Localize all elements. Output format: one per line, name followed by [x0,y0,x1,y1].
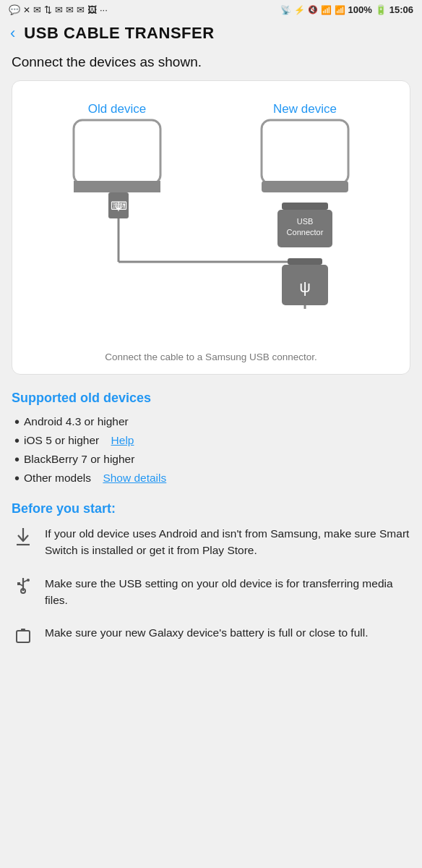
mute-icon: 🔇 [308,5,318,14]
list-item: • Other models Show details [14,471,410,485]
x-icon: ✕ [23,5,30,15]
mail-icon: ✉ [33,4,41,15]
status-icons-right: 📡 ⚡ 🔇 📶 📶 100% 🔋 15:06 [280,4,414,15]
bullet-2: • [14,433,20,448]
bullet-4: • [14,471,20,485]
download-icon [12,525,35,547]
svg-point-21 [27,579,30,582]
status-icons-left: 💬 ✕ ✉ ⇅ ✉ ✉ ✉ 🖼 ··· [9,4,108,15]
page-title: USB CABLE TRANSFER [24,24,214,43]
transfer-icon: ⇅ [44,4,52,15]
mail2-icon: ✉ [55,4,63,15]
list-item: • iOS 5 or higher Help [14,433,410,448]
blackberry-item-text: BlackBerry 7 or higher [24,453,134,466]
bullet-1: • [14,414,20,429]
bullet-3: • [14,452,20,467]
cast-icon: 📡 [280,5,291,15]
bluetooth-icon: ⚡ [294,5,305,15]
before-title: Before you start: [12,501,410,516]
before-item-2: Make sure the USB setting on your old de… [12,575,410,609]
old-device-label-svg: Old device [88,102,146,116]
supported-title: Supported old devices [12,391,410,406]
help-link[interactable]: Help [111,434,134,447]
supported-list: • Android 4.3 or higher • iOS 5 or highe… [12,414,410,485]
list-item: • BlackBerry 7 or higher [14,452,410,467]
before-section: Before you start: If your old device use… [12,501,410,646]
svg-rect-0 [74,120,160,184]
supported-section: Supported old devices • Android 4.3 or h… [12,391,410,485]
svg-rect-14 [288,258,322,265]
signal-icon: 📶 [335,5,345,15]
android-item-text: Android 4.3 or higher [24,415,129,428]
cable-caption: Connect the cable to a Samsung USB conne… [20,352,402,362]
svg-text:Connector: Connector [287,228,324,237]
svg-rect-8 [262,120,348,184]
svg-rect-9 [262,181,348,192]
svg-text:ψ: ψ [299,278,311,296]
mail3-icon: ✉ [66,4,74,15]
usb-icon [12,575,35,597]
notification-icon: 💬 [9,4,20,15]
before-text-2: Make sure the USB setting on your old de… [45,575,410,609]
svg-rect-26 [21,629,25,631]
svg-rect-23 [17,582,20,585]
svg-rect-25 [17,631,30,642]
before-item-1: If your old device uses Android and isn'… [12,525,410,559]
before-text-3: Make sure your new Galaxy device's batte… [45,624,368,641]
status-bar: 💬 ✕ ✉ ⇅ ✉ ✉ ✉ 🖼 ··· 📡 ⚡ 🔇 📶 📶 100% 🔋 15:… [0,0,422,18]
show-details-link[interactable]: Show details [103,472,166,485]
mail4-icon: ✉ [77,4,85,15]
back-button[interactable]: ‹ [10,24,15,43]
before-text-1: If your old device uses Android and isn'… [45,525,410,559]
list-item: • Android 4.3 or higher [14,414,410,429]
svg-rect-1 [74,181,160,192]
header: ‹ USB CABLE TRANSFER [0,18,422,51]
diagram-svg: Old device New device ⌨ ψ [23,95,399,341]
ios-item-text: iOS 5 or higher [24,434,99,447]
new-device-label-svg: New device [273,102,337,116]
before-item-3: Make sure your new Galaxy device's batte… [12,624,410,646]
more-icon: ··· [100,4,108,15]
main-content: Connect the devices as shown. Old device… [0,51,422,646]
connect-instruction: Connect the devices as shown. [12,51,410,70]
diagram-card: Old device New device ⌨ ψ [12,80,410,375]
time: 15:06 [389,4,413,15]
svg-rect-10 [282,203,328,210]
other-models-text: Other models [24,472,91,485]
battery-percent: 100% [348,4,372,15]
battery-icon: 🔋 [375,4,387,15]
svg-text:ψ: ψ [115,200,122,211]
svg-text:USB: USB [297,217,314,226]
battery-icon [12,624,35,646]
diagram-area: Old device New device ⌨ ψ [20,95,402,341]
image-icon: 🖼 [87,4,97,15]
wifi-icon: 📶 [321,5,332,15]
